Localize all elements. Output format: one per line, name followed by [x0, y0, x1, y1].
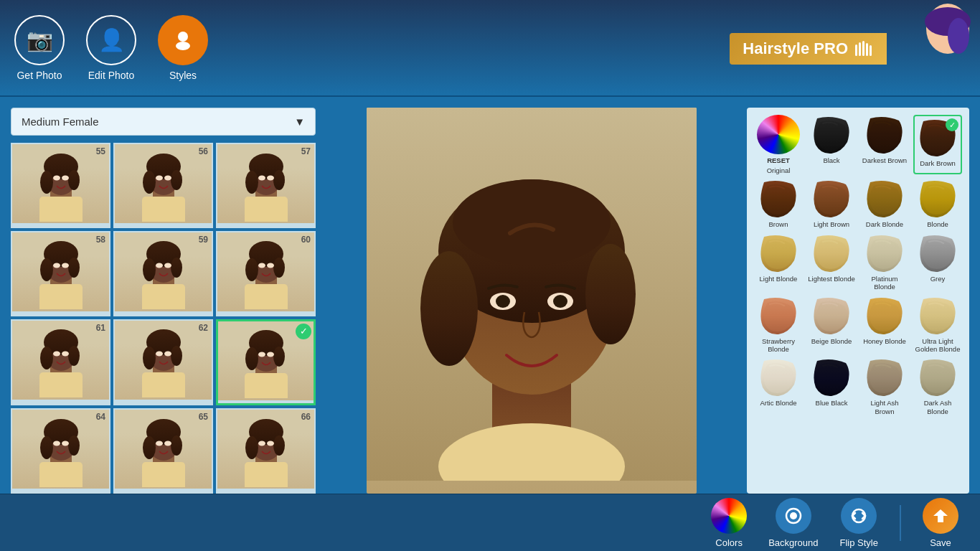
style-face-62	[115, 321, 212, 400]
style-face-64	[12, 410, 109, 489]
color-item-honey-blonde[interactable]: Honey Blonde	[860, 296, 909, 354]
color-name-blonde: Blonde	[927, 220, 948, 228]
colors-icon	[711, 498, 747, 534]
color-name-blue-black: Blue Black	[816, 399, 848, 407]
styles-panel: Medium Female ▼ 55	[11, 108, 316, 494]
svg-rect-75	[245, 373, 288, 398]
color-item-brown[interactable]: Brown	[754, 179, 803, 228]
chevron-down-icon: ▼	[294, 116, 305, 128]
style-item-60[interactable]: 60	[216, 231, 316, 316]
svg-point-62	[40, 347, 53, 369]
color-item-blonde[interactable]: Blonde	[913, 179, 962, 228]
color-item-light-brown[interactable]: Light Brown	[807, 179, 856, 228]
color-name-light-blonde: Light Blonde	[760, 275, 798, 283]
svg-point-112	[585, 244, 636, 344]
main-content: Medium Female ▼ 55	[0, 97, 980, 494]
toolbar-divider	[900, 505, 901, 541]
svg-point-89	[62, 441, 69, 446]
flip-style-label: Flip Style	[840, 537, 878, 548]
svg-rect-99	[245, 462, 288, 487]
style-item-62[interactable]: 62	[113, 319, 213, 406]
color-swatch-honey-blonde	[863, 296, 906, 335]
color-item-ultra-light-golden-blonde[interactable]: Ultra Light Golden Blonde	[913, 296, 962, 354]
svg-point-49	[164, 263, 171, 268]
style-item-64[interactable]: 64	[11, 408, 110, 494]
style-item-65[interactable]: 65	[113, 408, 213, 494]
svg-point-24	[156, 175, 163, 180]
color-item-light-blonde[interactable]: Light Blonde	[754, 233, 803, 291]
color-item-beige-blonde[interactable]: Beige Blonde	[807, 296, 856, 354]
color-item-dark-brown[interactable]: Dark Brown	[913, 115, 962, 174]
style-number: 66	[301, 412, 311, 422]
style-item-57[interactable]: 57	[216, 143, 316, 228]
nav-styles[interactable]: Styles	[158, 15, 208, 81]
styles-dropdown[interactable]: Medium Female ▼	[11, 108, 316, 136]
style-number: 61	[96, 323, 105, 333]
style-item-66[interactable]: 66	[216, 408, 316, 494]
svg-point-86	[40, 436, 53, 459]
color-swatch-grey	[916, 233, 959, 273]
svg-point-30	[245, 171, 258, 194]
color-name-dark-brown: Dark Brown	[920, 159, 956, 167]
flip-style-icon	[841, 498, 877, 534]
style-item-55[interactable]: 55	[11, 143, 110, 228]
svg-point-65	[62, 352, 69, 357]
svg-point-41	[62, 263, 69, 268]
style-item-59[interactable]: 59	[113, 231, 213, 316]
color-name-lightest-blonde: Lightest Blonde	[808, 275, 855, 283]
color-item-light-ash-brown[interactable]: Light Ash Brown	[860, 357, 909, 415]
svg-point-72	[156, 352, 163, 357]
color-item-dark-ash-blonde[interactable]: Dark Ash Blonde	[913, 357, 962, 415]
person-icon: 👤	[86, 15, 136, 65]
svg-point-57	[267, 263, 274, 268]
svg-point-73	[164, 352, 171, 357]
color-swatch-blonde	[916, 179, 959, 218]
style-item-58[interactable]: 58	[11, 231, 110, 316]
color-reset-button[interactable]: RESET Original	[754, 115, 803, 174]
svg-point-81	[267, 352, 274, 357]
color-item-strawberry-blonde[interactable]: Strawberry Blonde	[754, 296, 803, 354]
color-item-dark-blonde[interactable]: Dark Blonde	[860, 179, 909, 228]
svg-point-56	[258, 263, 265, 268]
color-swatch-light-blonde	[757, 233, 800, 273]
styles-label: Styles	[169, 70, 197, 81]
colors-label: Colors	[715, 537, 743, 548]
color-item-artic-blonde[interactable]: Artic Blonde	[754, 357, 803, 415]
color-item-grey[interactable]: Grey	[913, 233, 962, 291]
color-item-blue-black[interactable]: Blue Black	[807, 357, 856, 415]
color-swatch-light-brown	[810, 179, 853, 218]
svg-point-39	[68, 258, 80, 278]
style-item-56[interactable]: 56	[113, 143, 213, 228]
logo-text: Hairstyle PRO	[730, 33, 887, 65]
style-face-55	[12, 144, 109, 223]
flip-style-button[interactable]: Flip Style	[840, 498, 878, 548]
color-name-honey-blonde: Honey Blonde	[863, 337, 906, 345]
svg-point-63	[68, 346, 80, 366]
color-swatch-light-ash-brown	[863, 357, 906, 397]
save-button[interactable]: Save	[923, 498, 958, 548]
color-name-light-brown: Light Brown	[814, 220, 849, 228]
svg-point-113	[453, 179, 611, 265]
color-name-dark-blonde: Dark Blonde	[866, 220, 903, 228]
nav-edit-photo[interactable]: 👤 Edit Photo	[86, 15, 136, 81]
color-name-platinum-blonde: Platinum Blonde	[860, 275, 909, 291]
color-item-platinum-blonde[interactable]: Platinum Blonde	[860, 233, 909, 291]
svg-point-117	[553, 295, 567, 308]
hairstyle-icon	[158, 15, 208, 65]
svg-rect-11	[39, 197, 83, 222]
background-button[interactable]: Background	[768, 498, 818, 548]
style-face-60	[217, 232, 314, 311]
color-item-lightest-blonde[interactable]: Lightest Blonde	[807, 233, 856, 291]
svg-point-1	[176, 42, 190, 50]
nav-get-photo[interactable]: 📷 Get Photo	[14, 15, 65, 81]
color-item-black[interactable]: Black	[807, 115, 856, 174]
style-face-66	[217, 410, 314, 489]
style-number: 58	[96, 235, 105, 245]
style-item-61[interactable]: 61	[11, 319, 110, 406]
style-item-63[interactable]: ✓	[216, 319, 316, 406]
colors-button[interactable]: Colors	[711, 498, 747, 548]
svg-point-70	[143, 347, 156, 369]
svg-point-22	[143, 171, 156, 194]
svg-point-40	[53, 263, 60, 268]
color-item-darkest-brown[interactable]: Darkest Brown	[860, 115, 909, 174]
